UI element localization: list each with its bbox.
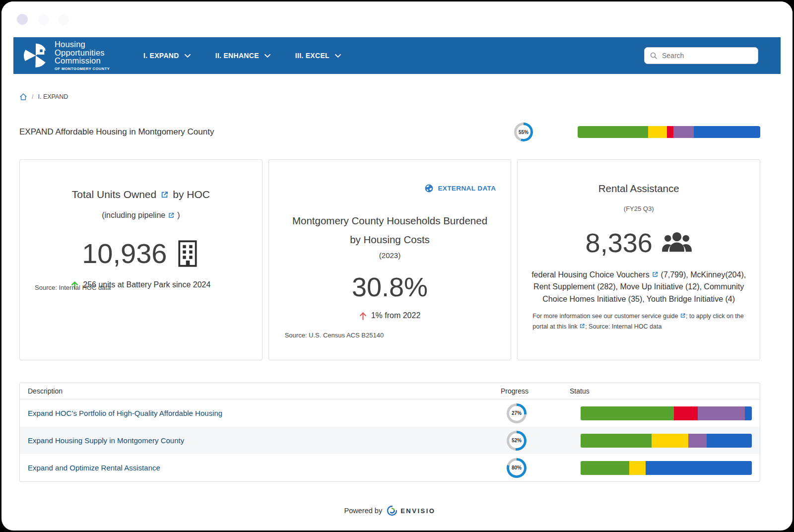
logo-tagline: OF MONTGOMERY COUNTY	[55, 66, 110, 71]
status-segment-red	[674, 406, 698, 420]
row-progress-donut: 27%	[507, 403, 527, 423]
home-icon[interactable]	[19, 93, 27, 101]
chevron-down-icon	[335, 54, 341, 58]
card-total-units-title: Total Units Owned by HOC	[20, 189, 262, 200]
status-segment-green	[578, 126, 648, 138]
subtitle-post: )	[177, 211, 180, 220]
goal-link-rental[interactable]: Expand and Optimize Rental Assistance	[20, 464, 501, 472]
kpi-cards: Total Units Owned by HOC (including pipe…	[19, 159, 760, 360]
card-total-units-title-pre: Total Units Owned	[72, 189, 156, 200]
status-segment-green	[581, 406, 674, 420]
external-link-icon[interactable]	[160, 191, 169, 199]
row-status-bar	[581, 406, 752, 420]
row-progress-label: 27%	[512, 410, 522, 416]
status-segment-yellow	[652, 434, 688, 448]
nav-item-excel[interactable]: III. EXCEL	[295, 52, 341, 60]
housing-burden-value: 30.8%	[352, 273, 428, 300]
row-progress-donut: 52%	[507, 431, 527, 451]
progress-cell: 52%	[501, 431, 570, 451]
total-units-value: 10,936	[82, 240, 167, 267]
status-segment-purple	[673, 126, 693, 138]
nav-item-enhance-label: II. ENHANCE	[215, 52, 259, 60]
envisio-logo[interactable]: ENVISIO	[387, 505, 435, 516]
progress-cell: 27%	[501, 403, 570, 423]
progress-cell: 80%	[501, 458, 570, 478]
card-rental-assistance-body: federal Housing Choice Vouchers (7,799),…	[530, 269, 748, 306]
status-segment-blue	[694, 126, 760, 138]
search-icon	[650, 52, 658, 60]
column-header-description: Description	[20, 387, 501, 395]
window-dot-close[interactable]	[17, 14, 28, 25]
logo-line-1: Housing	[55, 40, 110, 49]
globe-icon	[424, 184, 434, 193]
goal-link-supply[interactable]: Expand Housing Supply in Montgomery Coun…	[20, 436, 501, 445]
subtitle-pre: (including pipeline	[102, 211, 165, 220]
breadcrumb: / I. EXPAND	[19, 92, 760, 101]
status-segment-red	[667, 126, 673, 138]
row-status-bar	[581, 461, 752, 475]
card-total-units-source: Source: Internal HOC data	[20, 284, 262, 291]
rental-body-link[interactable]: federal Housing Choice Vouchers	[531, 270, 649, 279]
search-input[interactable]	[661, 51, 753, 60]
external-link-icon[interactable]	[680, 313, 686, 319]
nav-item-expand[interactable]: I. EXPAND	[143, 52, 191, 60]
envisio-wordmark: ENVISIO	[400, 507, 435, 515]
window-dot-minimize[interactable]	[38, 14, 49, 25]
search-box[interactable]	[644, 47, 758, 64]
rental-note-3: ; Source: Internal HOC data	[585, 323, 662, 330]
status-segment-green	[581, 434, 652, 448]
envisio-mark-icon	[387, 505, 397, 516]
card-rental-assistance-value-row: 8,336	[518, 229, 760, 256]
table-row: Expand and Optimize Rental Assistance 80…	[20, 454, 760, 481]
status-segment-blue	[745, 406, 752, 420]
status-segment-yellow	[629, 461, 646, 475]
page-title: EXPAND Affordable Housing in Montgomery …	[19, 127, 214, 137]
column-header-progress: Progress	[501, 387, 570, 395]
column-header-status: Status	[570, 387, 760, 395]
status-segment-green	[581, 461, 629, 475]
row-progress-label: 80%	[512, 465, 522, 470]
external-link-icon[interactable]	[652, 271, 659, 278]
card-rental-assistance-period: (FY25 Q3)	[518, 205, 760, 212]
housing-burden-trend-text: 1% from 2022	[371, 311, 421, 320]
nav-item-excel-label: III. EXCEL	[295, 52, 330, 60]
page-content: / I. EXPAND EXPAND Affordable Housing in…	[19, 92, 760, 518]
hoc-logo[interactable]: Housing Opportunities Commission OF MONT…	[21, 40, 125, 71]
row-progress-donut: 80%	[507, 458, 527, 478]
window-dot-maximize[interactable]	[59, 14, 69, 25]
people-group-icon	[662, 231, 692, 255]
rental-assistance-value: 8,336	[586, 229, 653, 256]
row-progress-label: 52%	[512, 438, 522, 443]
card-total-units-value-row: 10,936	[20, 240, 262, 267]
row-status-bar	[581, 434, 752, 448]
card-total-units-title-post: by HOC	[173, 189, 210, 200]
arrow-up-red-icon	[359, 312, 367, 320]
external-link-icon[interactable]	[168, 212, 175, 219]
nav-item-enhance[interactable]: II. ENHANCE	[215, 52, 270, 60]
nav-item-expand-label: I. EXPAND	[143, 52, 179, 60]
card-housing-burden-source: Source: U.S. Census ACS B25140	[269, 332, 511, 339]
rental-note-1[interactable]: For more information see our customer se…	[532, 313, 678, 320]
external-data-label: EXTERNAL DATA	[438, 185, 496, 192]
status-cell	[570, 461, 760, 475]
logo-line-2: Opportunities	[55, 49, 110, 57]
external-link-icon[interactable]	[579, 323, 585, 329]
app-window: Housing Opportunities Commission OF MONT…	[1, 1, 793, 531]
status-segment-blue	[646, 461, 752, 475]
page-footer: Powered by ENVISIO	[19, 504, 760, 518]
overview-status-bar	[578, 126, 760, 138]
status-segment-yellow	[648, 126, 667, 138]
logo-line-3: Commission	[55, 57, 110, 65]
overview-progress-donut: 55%	[514, 123, 533, 141]
window-titlebar	[1, 1, 793, 37]
building-icon	[176, 240, 199, 267]
status-cell	[570, 434, 760, 448]
breadcrumb-separator: /	[32, 93, 33, 100]
status-segment-purple	[698, 406, 745, 420]
card-housing-burden-year: (2023)	[269, 251, 511, 260]
goals-table-header: Description Progress Status	[20, 383, 760, 399]
powered-by-label: Powered by	[344, 507, 383, 515]
breadcrumb-current[interactable]: I. EXPAND	[38, 93, 68, 100]
card-rental-assistance-title: Rental Assistance	[518, 183, 760, 195]
goal-link-portfolio[interactable]: Expand HOC’s Portfolio of High-Quality A…	[20, 409, 501, 417]
